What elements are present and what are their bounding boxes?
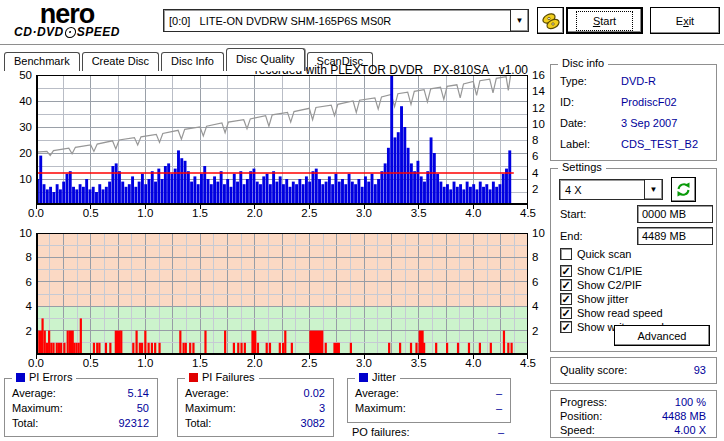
- axis-tick-label: 3.5: [407, 207, 431, 219]
- axis-tick-label: 3.0: [352, 207, 376, 219]
- quality-score-label: Quality score:: [560, 364, 627, 376]
- axis-tick-label: 50: [0, 69, 32, 81]
- axis-tick-label: 2: [532, 183, 550, 195]
- checked-checkbox-icon[interactable]: ✓: [560, 293, 572, 305]
- axis-tick-label: 10: [0, 227, 32, 239]
- settings-panel: Settings 4 X ▼ Start: 0000 MB End: 4489 …: [550, 168, 717, 352]
- checkbox-label: Show read speed: [577, 307, 663, 319]
- axis-tick-label: 2: [0, 325, 32, 337]
- end-position-input[interactable]: 4489 MB: [637, 227, 713, 245]
- stat-row: Average:5.14: [12, 387, 149, 401]
- stat-row: Maximum:3: [185, 402, 325, 416]
- axis-tick-label: 0.0: [24, 207, 48, 219]
- quality-score-panel: Quality score: 93: [550, 357, 717, 384]
- start-button[interactable]: Start: [566, 7, 643, 34]
- axis-tick-label: 1.5: [188, 357, 212, 369]
- axis-tick-label: 16: [532, 69, 550, 81]
- toolbar-separator: [0, 44, 724, 46]
- axis-tick-label: 4.5: [516, 357, 540, 369]
- advanced-button[interactable]: Advanced: [614, 325, 710, 346]
- axis-tick-label: 4: [0, 300, 32, 312]
- unchecked-checkbox-icon[interactable]: [560, 248, 572, 260]
- tab-create-disc[interactable]: Create Disc: [82, 52, 159, 71]
- jitter-swatch: [359, 373, 368, 382]
- axis-tick-label: 40: [0, 95, 32, 107]
- axis-tick-label: 6: [532, 150, 550, 162]
- checked-checkbox-icon[interactable]: ✓: [560, 265, 572, 277]
- stat-row: Average:0.02: [185, 387, 325, 401]
- progress-panel: Progress: 100 % Position: 4488 MB Speed:…: [550, 390, 717, 438]
- chevron-down-icon[interactable]: ▼: [644, 180, 662, 199]
- end-position-row: End: 4489 MB: [560, 227, 710, 245]
- disc-info-row-date: Date: 3 Sep 2007: [560, 117, 710, 131]
- axis-tick-label: 8: [532, 134, 550, 146]
- checked-checkbox-icon[interactable]: ✓: [560, 321, 572, 333]
- refresh-icon: [674, 180, 693, 199]
- pi-failures-chart: [36, 233, 528, 360]
- stat-row: Maximum:50: [12, 402, 149, 416]
- axis-tick-label: 2.5: [297, 357, 321, 369]
- checkbox-show-c2-pif[interactable]: ✓Show C2/PIF: [560, 278, 712, 292]
- stat-row: Average:–: [355, 387, 502, 401]
- axis-tick-label: 8: [0, 251, 32, 263]
- stat-row: Total:92312: [12, 417, 149, 431]
- checkbox-label: Quick scan: [577, 248, 631, 260]
- axis-tick-label: 2.0: [243, 207, 267, 219]
- pi-errors-title: PI Errors: [29, 371, 72, 383]
- axis-tick-label: 2.5: [297, 207, 321, 219]
- start-position-input[interactable]: 0000 MB: [637, 205, 713, 223]
- cd-dvd-speed-logo-text: CD·DVD SPEED: [6, 26, 128, 39]
- discs-icon: [540, 10, 562, 32]
- pi-errors-chart: [36, 75, 528, 210]
- checked-checkbox-icon[interactable]: ✓: [560, 307, 572, 319]
- axis-tick-label: 0.0: [24, 357, 48, 369]
- checkbox-show-c1-pie[interactable]: ✓Show C1/PIE: [560, 264, 712, 278]
- axis-tick-label: 2: [532, 325, 550, 337]
- drive-select[interactable]: [0:0] LITE-ON DVDRW SHM-165P6S MS0R ▼: [163, 9, 529, 32]
- checkbox-show-read-speed[interactable]: ✓Show read speed: [560, 306, 712, 320]
- disc-info-title: Disc info: [558, 57, 608, 69]
- jitter-stats-panel: Jitter Average:– Maximum:–: [347, 378, 511, 423]
- stat-row: Total:3082: [185, 417, 325, 431]
- start-position-row: Start: 0000 MB: [560, 205, 710, 223]
- axis-tick-label: 12: [532, 102, 550, 114]
- pie-chart-canvas: [36, 75, 528, 210]
- nero-logo: nero CD·DVD SPEED: [6, 2, 128, 39]
- refresh-button[interactable]: [671, 177, 696, 202]
- disc-info-row-type: Type: DVD-R: [560, 75, 710, 89]
- axis-tick-label: 10: [0, 173, 32, 185]
- stat-row: Maximum:–: [355, 402, 502, 416]
- checked-checkbox-icon[interactable]: ✓: [560, 279, 572, 291]
- settings-title: Settings: [558, 161, 606, 173]
- scan-speed-value: 4 X: [560, 184, 644, 196]
- eject-button[interactable]: [537, 7, 564, 34]
- checkbox-show-jitter[interactable]: ✓Show jitter: [560, 292, 712, 306]
- pif-chart-canvas: [36, 233, 528, 360]
- nero-logo-text: nero: [6, 2, 128, 26]
- quality-score-value: 93: [694, 364, 706, 376]
- axis-tick-label: 1.0: [133, 207, 157, 219]
- pi-errors-stats-panel: PI Errors Average:5.14 Maximum:50 Total:…: [4, 378, 158, 437]
- axis-tick-label: 4: [532, 300, 550, 312]
- axis-tick-label: 4.0: [461, 207, 485, 219]
- disc-info-row-label: Label: CDS_TEST_B2: [560, 138, 710, 152]
- progress-row: Progress: 100 %: [560, 396, 706, 410]
- po-failures-value: –: [498, 426, 504, 438]
- nero-cd-dvd-speed-window: { "logo": { "title": "nero", "line2_left…: [0, 0, 724, 441]
- tab-disc-quality[interactable]: Disc Quality: [226, 48, 305, 71]
- checkbox-label: Show jitter: [577, 293, 628, 305]
- axis-tick-label: 20: [0, 147, 32, 159]
- exit-button[interactable]: Exit: [650, 7, 720, 34]
- axis-tick-label: 30: [0, 121, 32, 133]
- axis-tick-label: 1.5: [188, 207, 212, 219]
- disc-info-panel: Disc info Type: DVD-R ID: ProdiscF02 Dat…: [550, 64, 717, 161]
- checkbox-quick-scan[interactable]: Quick scan: [560, 247, 712, 261]
- po-failures-label: PO failures:: [352, 426, 409, 438]
- scan-speed-select[interactable]: 4 X ▼: [559, 179, 663, 200]
- disc-info-row-id: ID: ProdiscF02: [560, 96, 710, 110]
- axis-tick-label: 4: [532, 167, 550, 179]
- axis-tick-label: 0.5: [79, 357, 103, 369]
- chevron-down-icon[interactable]: ▼: [510, 10, 528, 31]
- pi-failures-swatch: [189, 373, 198, 382]
- speed-row: Speed: 4.00 X: [560, 424, 706, 438]
